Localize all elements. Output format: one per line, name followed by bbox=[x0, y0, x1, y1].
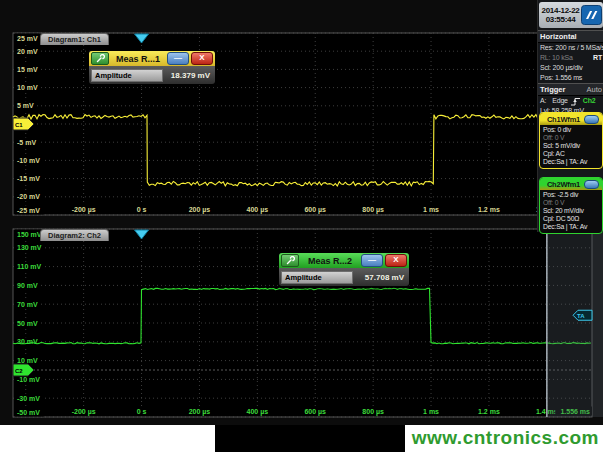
meas2-titlebar[interactable]: Meas R...2 — X bbox=[279, 253, 409, 268]
tick-label: 10 mV bbox=[17, 84, 38, 91]
info-row: Scl: 200 µs/div bbox=[538, 63, 603, 73]
tick-label: 800 µs bbox=[362, 408, 384, 416]
tick-label: 110 mV bbox=[17, 263, 41, 270]
close-button[interactable]: X bbox=[385, 254, 407, 267]
tick-label: -30 mV bbox=[17, 395, 40, 402]
trigger-level-badge-label: TA bbox=[577, 313, 585, 319]
date-text: 2014-12-22 bbox=[540, 6, 581, 15]
tick-label: -25 mV bbox=[17, 207, 40, 214]
tick-label: 30 mV bbox=[17, 338, 38, 345]
tick-label: 10 mV bbox=[17, 357, 38, 364]
signal-bar: 2014-12-22 03:55:44 Horizontal Res: 200 … bbox=[537, 0, 603, 232]
tab-diagram2[interactable]: Diagram2: Ch2 bbox=[40, 229, 109, 241]
wfm-info-row: Scl: 20 mV/div bbox=[540, 207, 602, 215]
wfm-info-row: Off: 0 V bbox=[540, 134, 602, 142]
tick-label: 400 µs bbox=[247, 408, 269, 416]
tick-label: 800 µs bbox=[362, 206, 384, 214]
tick-label: -5 mV bbox=[17, 139, 36, 146]
tick-label: -200 µs bbox=[72, 206, 96, 214]
trigger-source: Ch2 bbox=[583, 96, 596, 106]
horizontal-trigger-panel[interactable]: Horizontal Res: 200 ns / 5 MSa/sRL: 10 k… bbox=[538, 30, 603, 116]
tick-label: 25 mV bbox=[17, 35, 38, 42]
minimize-pill-icon[interactable] bbox=[584, 180, 599, 189]
tick-label: 5 mV bbox=[17, 102, 34, 109]
ch1wfm1-rows: Pos: 0 divOff: 0 VScl: 5 mV/divCpl: ACDe… bbox=[540, 125, 602, 168]
tick-label: 1.2 ms bbox=[478, 408, 500, 415]
oscilloscope-screen: 25 mV20 mV15 mV10 mV5 mV-5 mV-10 mV-15 m… bbox=[0, 0, 603, 452]
tick-label: 1 ms bbox=[423, 408, 439, 415]
ch2wfm1-titlebar: Ch2Wfm1 bbox=[540, 178, 602, 190]
tick-label: 0 s bbox=[137, 408, 147, 415]
tick-label: 0 s bbox=[137, 206, 147, 213]
meas1-title: Meas R...1 bbox=[111, 54, 165, 64]
channel-marker-label: C2 bbox=[15, 368, 23, 374]
horizontal-rows: Res: 200 ns / 5 MSa/sRL: 10 kSaRTScl: 20… bbox=[538, 43, 603, 83]
minimize-pill-icon[interactable] bbox=[584, 115, 599, 124]
meas2-body: Amplitude 57.708 mV bbox=[279, 268, 409, 286]
wfm-info-row: Off: 0 V bbox=[540, 199, 602, 207]
tick-label: -20 mV bbox=[17, 193, 40, 200]
tick-label: 400 µs bbox=[247, 206, 269, 214]
wfm-info-row: Cpl: AC bbox=[540, 150, 602, 158]
ch1wfm1-dialog[interactable]: Ch1Wfm1 Pos: 0 divOff: 0 VScl: 5 mV/divC… bbox=[539, 112, 603, 169]
tick-label: -10 mV bbox=[17, 157, 40, 164]
meas1-label: Amplitude bbox=[91, 69, 163, 82]
meas2-value: 57.708 mV bbox=[353, 273, 407, 282]
horizontal-header: Horizontal bbox=[538, 30, 603, 43]
close-button[interactable]: X bbox=[191, 52, 213, 65]
trigger-source-row: A: Edge Ch2 bbox=[538, 96, 603, 106]
tick-label: 1 ms bbox=[423, 206, 439, 213]
tick-label: 200 µs bbox=[189, 206, 211, 214]
tick-label: 1.2 ms bbox=[478, 206, 500, 213]
wfm-info-row: Dec:Sa | TA: Av bbox=[540, 223, 602, 231]
meas2-popup[interactable]: Meas R...2 — X Amplitude 57.708 mV bbox=[278, 252, 410, 287]
meas1-titlebar[interactable]: Meas R...1 — X bbox=[89, 51, 215, 66]
wrench-icon[interactable] bbox=[91, 52, 109, 65]
tick-label: 150 mV bbox=[17, 231, 42, 238]
tick-label: 600 µs bbox=[304, 408, 326, 416]
ch1wfm1-titlebar: Ch1Wfm1 bbox=[540, 113, 602, 125]
minimize-button[interactable]: — bbox=[361, 254, 383, 267]
tick-label: -50 mV bbox=[17, 409, 40, 416]
tick-label: 130 mV bbox=[17, 244, 42, 251]
wrench-icon[interactable] bbox=[281, 254, 299, 267]
trigger-mode: Auto bbox=[587, 84, 602, 95]
ch1wfm1-title: Ch1Wfm1 bbox=[543, 115, 584, 124]
minimize-button[interactable]: — bbox=[167, 52, 189, 65]
tick-label: -200 µs bbox=[72, 408, 96, 416]
datetime-box: 2014-12-22 03:55:44 bbox=[539, 2, 603, 28]
info-row: Res: 200 ns / 5 MSa/s bbox=[538, 43, 603, 53]
tick-label: 600 µs bbox=[304, 206, 326, 214]
signalbar-overlay bbox=[547, 229, 603, 417]
tick-label: -15 mV bbox=[17, 175, 40, 182]
ch2wfm1-title: Ch2Wfm1 bbox=[543, 180, 584, 189]
tick-label: 15 mV bbox=[17, 66, 38, 73]
watermark-text: www.cntronics.com bbox=[412, 425, 599, 452]
wfm-info-row: Dec:Sa | TA: Av bbox=[540, 158, 602, 166]
edge-trigger-icon bbox=[570, 97, 581, 106]
ch2wfm1-dialog[interactable]: Ch2Wfm1 Pos: -2.5 divOff: 0 VScl: 20 mV/… bbox=[539, 177, 603, 234]
tick-label: 50 mV bbox=[17, 320, 38, 327]
meas2-title: Meas R...2 bbox=[301, 256, 359, 266]
tick-label: 200 µs bbox=[189, 408, 211, 416]
wfm-info-row: Pos: 0 div bbox=[540, 126, 602, 134]
bottom-strip: www.cntronics.com bbox=[0, 425, 603, 452]
meas1-body: Amplitude 18.379 mV bbox=[89, 66, 215, 84]
info-row: Pos: 1.556 ms bbox=[538, 73, 603, 83]
tick-label: -10 mV bbox=[17, 376, 40, 383]
tab-diagram1[interactable]: Diagram1: Ch1 bbox=[40, 33, 109, 45]
meas1-value: 18.379 mV bbox=[163, 71, 213, 80]
trigger-header: Trigger Auto bbox=[538, 83, 603, 96]
tick-label: 20 mV bbox=[17, 48, 38, 55]
meas2-label: Amplitude bbox=[281, 271, 353, 284]
wfm-info-row: Cpl: DC 50Ω bbox=[540, 215, 602, 223]
bottom-black-bar bbox=[215, 425, 405, 452]
meas1-popup[interactable]: Meas R...1 — X Amplitude 18.379 mV bbox=[88, 50, 216, 85]
tick-label: 90 mV bbox=[17, 282, 38, 289]
info-row: RL: 10 kSaRT bbox=[538, 53, 603, 63]
time-text: 03:55:44 bbox=[540, 15, 581, 24]
wfm-info-row: Scl: 5 mV/div bbox=[540, 142, 602, 150]
rs-logo-icon bbox=[581, 5, 602, 25]
wfm-info-row: Pos: -2.5 div bbox=[540, 191, 602, 199]
channel-marker-label: C1 bbox=[15, 122, 23, 128]
